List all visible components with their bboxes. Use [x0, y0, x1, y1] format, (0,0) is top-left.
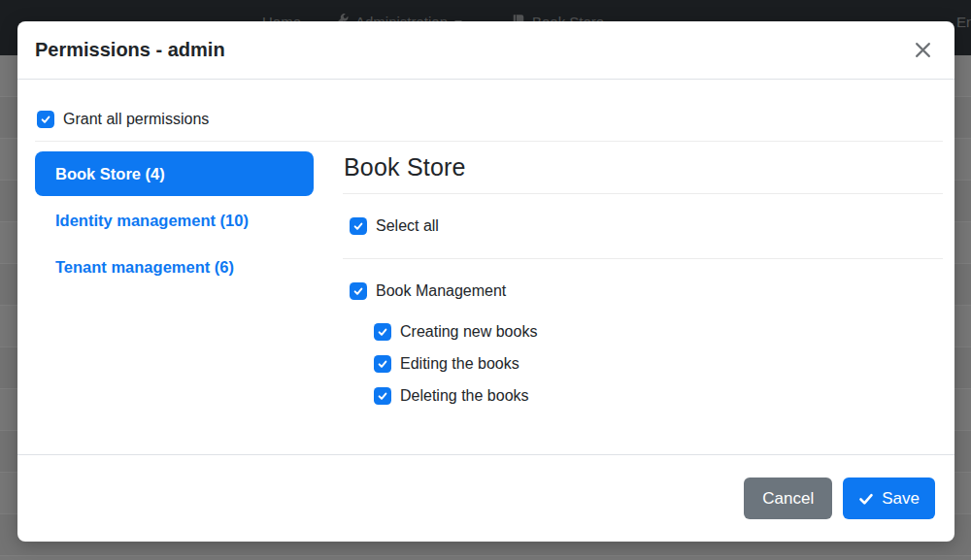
divider: [35, 141, 943, 142]
tab-identity-management[interactable]: Identity management (10): [35, 198, 314, 243]
tab-book-store[interactable]: Book Store (4): [35, 151, 314, 196]
grant-all-permissions-row[interactable]: Grant all permissions: [37, 111, 943, 128]
grant-all-permissions-label: Grant all permissions: [63, 111, 209, 128]
divider: [343, 193, 943, 194]
checkbox-checked-icon[interactable]: [37, 111, 54, 128]
editing-the-books-label: Editing the books: [400, 355, 519, 373]
checkbox-checked-icon[interactable]: [374, 355, 391, 373]
book-management-children: Creating new books Editing the books Del…: [374, 323, 943, 405]
panel-title: Book Store: [344, 153, 943, 181]
check-icon: [858, 491, 874, 507]
modal-title: Permissions - admin: [35, 39, 225, 61]
modal-body: Grant all permissions Book Store (4) Ide…: [17, 80, 954, 454]
creating-new-books-label: Creating new books: [400, 323, 537, 341]
deleting-the-books-row[interactable]: Deleting the books: [374, 387, 943, 405]
select-all-row[interactable]: Select all: [350, 217, 943, 235]
deleting-the-books-label: Deleting the books: [400, 387, 529, 405]
save-button[interactable]: Save: [843, 478, 935, 519]
checkbox-checked-icon[interactable]: [350, 217, 367, 235]
permission-group-tabs: Book Store (4) Identity management (10) …: [35, 151, 314, 419]
checkbox-checked-icon[interactable]: [374, 323, 391, 341]
tab-tenant-management[interactable]: Tenant management (6): [35, 245, 314, 289]
permissions-panel: Book Store Select all Book Management: [343, 151, 943, 419]
checkbox-checked-icon[interactable]: [374, 387, 391, 405]
save-button-label: Save: [882, 489, 920, 509]
modal-columns: Book Store (4) Identity management (10) …: [35, 151, 943, 419]
cancel-button[interactable]: Cancel: [744, 478, 832, 519]
creating-new-books-row[interactable]: Creating new books: [374, 323, 943, 341]
editing-the-books-row[interactable]: Editing the books: [374, 355, 943, 373]
close-button[interactable]: [911, 38, 935, 62]
divider: [343, 258, 943, 259]
modal-footer: Cancel Save: [17, 454, 954, 542]
close-icon: [915, 47, 931, 61]
modal-header: Permissions - admin: [17, 21, 954, 80]
permissions-modal: Permissions - admin Grant all permission…: [17, 21, 954, 542]
book-management-row[interactable]: Book Management: [350, 282, 943, 300]
checkbox-checked-icon[interactable]: [350, 282, 367, 300]
select-all-label: Select all: [376, 217, 439, 235]
book-management-label: Book Management: [376, 282, 506, 300]
